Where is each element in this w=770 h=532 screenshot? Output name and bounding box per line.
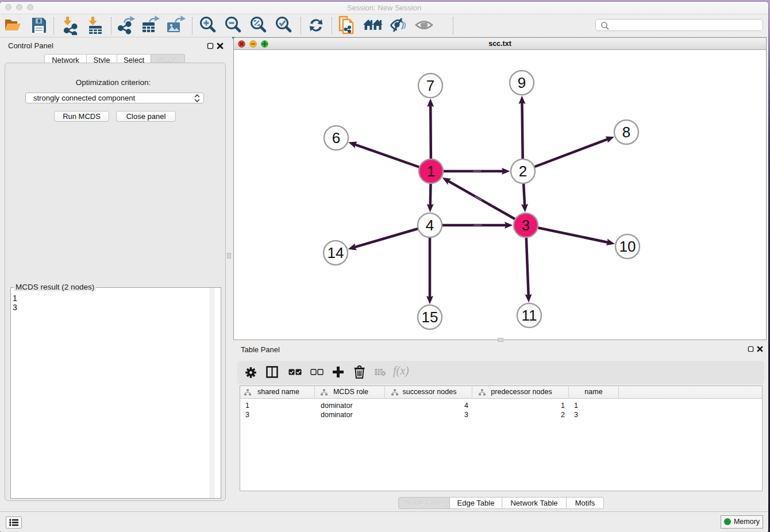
svg-text:8: 8 <box>622 124 630 141</box>
svg-text:11: 11 <box>522 307 537 324</box>
svg-text:14: 14 <box>328 244 344 261</box>
svg-text:1: 1 <box>427 163 435 180</box>
svg-text:9: 9 <box>518 74 526 91</box>
svg-text:7: 7 <box>426 77 434 94</box>
svg-text:6: 6 <box>332 129 340 147</box>
svg-text:2: 2 <box>519 163 527 180</box>
svg-text:10: 10 <box>619 238 636 255</box>
svg-text:15: 15 <box>422 309 438 326</box>
svg-text:4: 4 <box>426 217 434 234</box>
svg-text:3: 3 <box>522 217 530 234</box>
